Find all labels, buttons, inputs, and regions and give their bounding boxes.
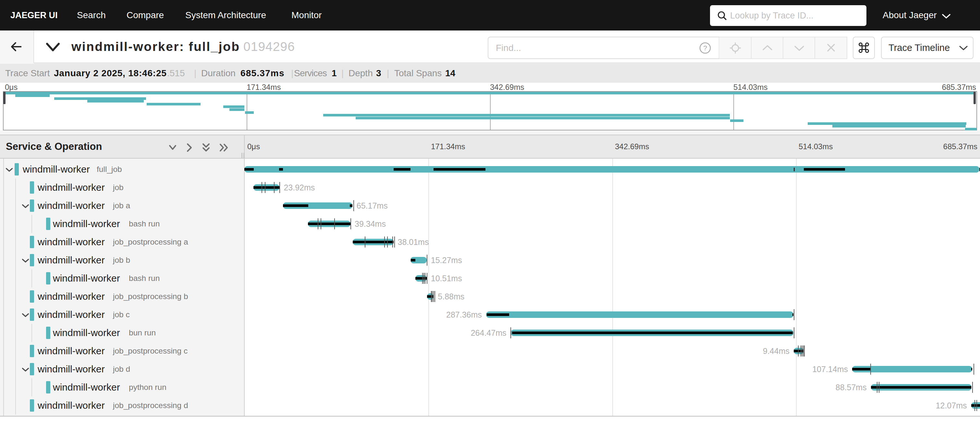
svg-text:?: ? [703, 44, 707, 52]
